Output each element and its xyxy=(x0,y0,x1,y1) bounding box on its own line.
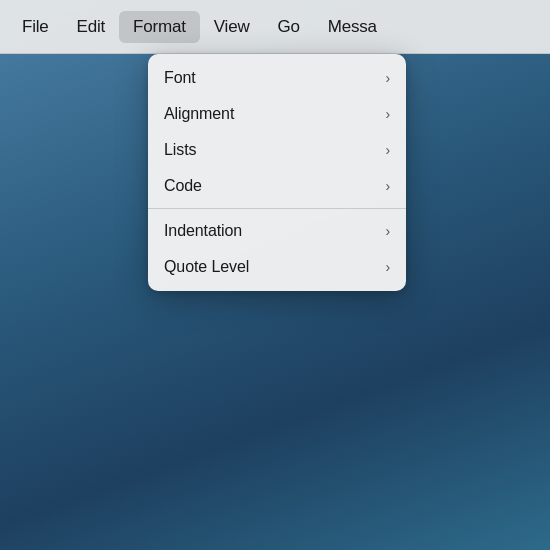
dropdown-item-code[interactable]: Code › xyxy=(148,168,406,204)
dropdown-item-font[interactable]: Font › xyxy=(148,60,406,96)
dropdown-item-code-label: Code xyxy=(164,177,202,195)
dropdown-item-alignment-label: Alignment xyxy=(164,105,234,123)
dropdown-item-alignment[interactable]: Alignment › xyxy=(148,96,406,132)
menu-messa[interactable]: Messa xyxy=(314,11,391,43)
dropdown-item-indentation-label: Indentation xyxy=(164,222,242,240)
menubar: File Edit Format View Go Messa xyxy=(0,0,550,54)
dropdown-separator xyxy=(148,208,406,209)
menu-format[interactable]: Format xyxy=(119,11,200,43)
menu-go[interactable]: Go xyxy=(263,11,313,43)
dropdown-item-font-label: Font xyxy=(164,69,196,87)
menu-view[interactable]: View xyxy=(200,11,264,43)
dropdown-item-quote-level[interactable]: Quote Level › xyxy=(148,249,406,285)
chevron-icon-alignment: › xyxy=(385,106,390,122)
dropdown-item-lists-label: Lists xyxy=(164,141,196,159)
chevron-icon-code: › xyxy=(385,178,390,194)
menu-file[interactable]: File xyxy=(8,11,63,43)
menu-edit[interactable]: Edit xyxy=(63,11,120,43)
dropdown-item-quote-level-label: Quote Level xyxy=(164,258,249,276)
format-dropdown: Font › Alignment › Lists › Code › Indent… xyxy=(148,54,406,291)
chevron-icon-indentation: › xyxy=(385,223,390,239)
dropdown-item-indentation[interactable]: Indentation › xyxy=(148,213,406,249)
chevron-icon-font: › xyxy=(385,70,390,86)
chevron-icon-lists: › xyxy=(385,142,390,158)
chevron-icon-quote-level: › xyxy=(385,259,390,275)
dropdown-item-lists[interactable]: Lists › xyxy=(148,132,406,168)
